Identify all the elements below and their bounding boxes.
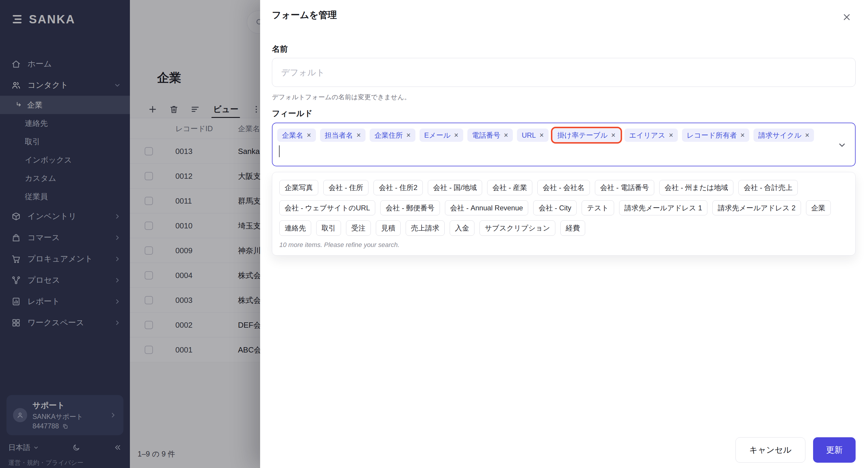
- remove-chip-icon[interactable]: ×: [611, 131, 616, 139]
- field-option[interactable]: 会社 - 産業: [487, 180, 532, 195]
- chip-label: 企業名: [282, 132, 303, 139]
- chip-label: 請求サイクル: [758, 132, 801, 139]
- field-option[interactable]: 会社 - City: [533, 200, 577, 216]
- modal-footer: キャンセル 更新: [736, 437, 856, 463]
- field-option[interactable]: 会社 - 国/地域: [428, 180, 482, 195]
- chip-label: 電話番号: [472, 132, 500, 139]
- selected-field-chip[interactable]: 請求サイクル×: [753, 128, 814, 142]
- chip-label: 担当者名: [325, 132, 353, 139]
- chip-label: レコード所有者: [687, 132, 737, 139]
- selected-field-chip[interactable]: エイリアス×: [624, 128, 678, 142]
- close-icon[interactable]: [840, 10, 854, 24]
- name-help-text: デフォルトフォームの名前は変更できません。: [272, 93, 411, 101]
- remove-chip-icon[interactable]: ×: [454, 131, 459, 139]
- field-option[interactable]: 請求先メールアドレス 2: [712, 200, 801, 216]
- modal-title: フォームを管理: [272, 9, 337, 21]
- field-option[interactable]: テスト: [582, 200, 614, 216]
- field-option[interactable]: 取引: [316, 221, 341, 236]
- remove-chip-icon[interactable]: ×: [356, 131, 361, 139]
- field-options-dropdown: 企業写真会社 - 住所会社 - 住所2会社 - 国/地域会社 - 産業会社 - …: [272, 172, 856, 256]
- field-option[interactable]: 会社 - 住所: [323, 180, 368, 195]
- cancel-button[interactable]: キャンセル: [736, 437, 805, 463]
- chip-label: Eメール: [424, 132, 451, 139]
- remove-chip-icon[interactable]: ×: [669, 131, 673, 139]
- form-name-input[interactable]: [272, 58, 856, 87]
- field-option[interactable]: 会社 - 合計売上: [738, 180, 798, 195]
- field-option[interactable]: 見積: [376, 221, 401, 236]
- field-option[interactable]: 売上請求: [406, 221, 445, 236]
- fields-multiselect[interactable]: 企業名×担当者名×企業住所×Eメール×電話番号×URL×掛け率テーブル×エイリア…: [272, 123, 856, 166]
- remove-chip-icon[interactable]: ×: [307, 131, 311, 139]
- field-option[interactable]: 入金: [450, 221, 474, 236]
- remove-chip-icon[interactable]: ×: [740, 131, 745, 139]
- selected-fields: 企業名×担当者名×企業住所×Eメール×電話番号×URL×掛け率テーブル×エイリア…: [277, 128, 831, 142]
- selected-field-chip[interactable]: レコード所有者×: [682, 128, 749, 142]
- selected-field-chip[interactable]: 掛け率テーブル×: [553, 128, 620, 142]
- field-option[interactable]: サブスクリプション: [479, 221, 555, 236]
- field-option[interactable]: 請求先メールアドレス 1: [619, 200, 707, 216]
- field-option[interactable]: 会社 - 電話番号: [595, 180, 654, 195]
- options-note: 10 more items. Please refine your search…: [279, 241, 848, 249]
- field-option[interactable]: 連絡先: [279, 221, 311, 236]
- chip-label: エイリアス: [629, 132, 665, 139]
- field-option[interactable]: 会社 - 郵便番号: [380, 200, 440, 216]
- name-label: 名前: [272, 44, 288, 54]
- field-options: 企業写真会社 - 住所会社 - 住所2会社 - 国/地域会社 - 産業会社 - …: [279, 180, 848, 236]
- remove-chip-icon[interactable]: ×: [539, 131, 544, 139]
- field-option[interactable]: 受注: [346, 221, 371, 236]
- chip-label: 掛け率テーブル: [557, 132, 608, 139]
- field-option[interactable]: 会社 - 会社名: [537, 180, 590, 195]
- chip-label: URL: [522, 132, 536, 139]
- remove-chip-icon[interactable]: ×: [805, 131, 810, 139]
- field-option[interactable]: 会社 - 州または地域: [659, 180, 733, 195]
- multiselect-input-line[interactable]: [277, 144, 831, 158]
- remove-chip-icon[interactable]: ×: [504, 131, 508, 139]
- field-option[interactable]: 会社 - 住所2: [373, 180, 423, 195]
- chevron-down-icon[interactable]: [837, 140, 847, 150]
- selected-field-chip[interactable]: Eメール×: [420, 128, 463, 142]
- manage-form-modal: フォームを管理 名前 デフォルトフォームの名前は変更できません。 フィールド 企…: [260, 0, 868, 468]
- text-cursor: [279, 145, 280, 157]
- selected-field-chip[interactable]: URL×: [517, 128, 549, 142]
- selected-field-chip[interactable]: 電話番号×: [467, 128, 513, 142]
- chip-label: 企業住所: [374, 132, 403, 139]
- update-button[interactable]: 更新: [813, 437, 856, 463]
- remove-chip-icon[interactable]: ×: [406, 131, 411, 139]
- field-option[interactable]: 企業: [806, 200, 831, 216]
- fields-label: フィールド: [272, 108, 313, 119]
- field-option[interactable]: 経費: [560, 221, 585, 236]
- selected-field-chip[interactable]: 企業住所×: [370, 128, 415, 142]
- field-option[interactable]: 会社 - ウェブサイトのURL: [279, 200, 375, 216]
- field-option[interactable]: 企業写真: [279, 180, 318, 195]
- selected-field-chip[interactable]: 担当者名×: [320, 128, 366, 142]
- selected-field-chip[interactable]: 企業名×: [277, 128, 316, 142]
- field-option[interactable]: 会社 - Annual Revenue: [445, 200, 528, 216]
